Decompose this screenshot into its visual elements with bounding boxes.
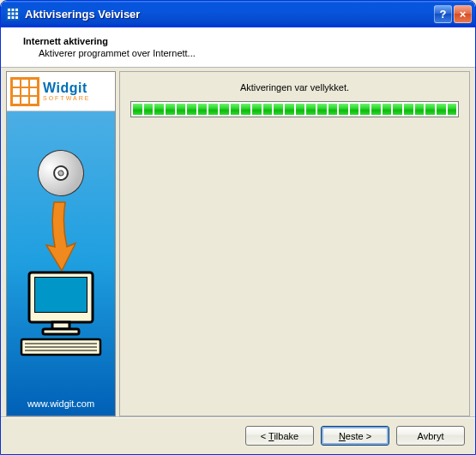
cancel-button-label: Avbryt [418, 431, 444, 441]
svg-rect-9 [15, 16, 18, 19]
progress-segment [154, 104, 164, 115]
sidebar-url: www.widgit.com [7, 393, 115, 416]
next-button[interactable]: Neste > [321, 426, 389, 446]
main-panel: Aktiveringen var vellykket. [119, 71, 470, 416]
status-text: Aktiveringen var vellykket. [130, 82, 459, 93]
help-button[interactable]: ? [434, 5, 452, 23]
progress-bar [130, 101, 459, 117]
app-icon [6, 7, 20, 21]
progress-segment [144, 104, 154, 115]
progress-segment [393, 104, 402, 115]
progress-segment [252, 104, 262, 115]
progress-segment [383, 104, 392, 115]
progress-segment [177, 104, 186, 115]
back-button-label: < Tilbake [261, 431, 298, 441]
progress-segment [241, 104, 250, 115]
progress-segment [425, 104, 435, 115]
progress-segment [187, 104, 196, 115]
progress-segment [208, 104, 218, 115]
progress-segment [220, 104, 229, 115]
page-title: Internett aktivering [23, 36, 461, 46]
cancel-button[interactable]: Avbryt [396, 426, 465, 446]
window-title: Aktiviserings Veiviser [25, 8, 432, 21]
svg-rect-3 [15, 9, 18, 11]
progress-segment [404, 104, 413, 115]
progress-segment [415, 104, 425, 115]
back-button[interactable]: < Tilbake [245, 426, 314, 446]
progress-segment [350, 104, 359, 115]
logo-mark-icon [10, 77, 39, 106]
wizard-window: Aktiviserings Veiviser ? × Internett akt… [0, 0, 476, 455]
footer: < Tilbake Neste > Avbryt [1, 416, 475, 454]
wizard-header: Internett aktivering Aktiverer programme… [1, 27, 475, 68]
progress-segment [339, 104, 348, 115]
svg-rect-4 [8, 13, 10, 15]
content-row: Widgit SOFTWARE [1, 68, 475, 416]
progress-segment [306, 104, 316, 115]
client-area: Internett aktivering Aktiverer programme… [1, 27, 475, 454]
svg-rect-2 [12, 9, 15, 11]
svg-rect-1 [8, 9, 10, 11]
logo: Widgit SOFTWARE [7, 72, 115, 111]
progress-segment [166, 104, 175, 115]
progress-segment [360, 104, 370, 115]
svg-rect-7 [8, 16, 10, 19]
logo-tagline: SOFTWARE [43, 95, 90, 101]
next-button-label: Neste > [339, 431, 371, 441]
close-button[interactable]: × [454, 5, 472, 23]
svg-rect-16 [35, 278, 87, 312]
progress-segment [317, 104, 327, 115]
progress-segment [328, 104, 338, 115]
progress-segment [198, 104, 208, 115]
svg-rect-6 [15, 13, 18, 15]
svg-rect-5 [12, 13, 15, 15]
progress-segment [296, 104, 305, 115]
progress-segment [133, 104, 142, 115]
svg-rect-8 [12, 16, 15, 19]
sidebar-illustration [7, 111, 115, 393]
progress-segment [231, 104, 240, 115]
svg-rect-18 [43, 329, 79, 334]
logo-name: Widgit [43, 81, 90, 95]
sidebar: Widgit SOFTWARE [6, 71, 116, 416]
progress-segment [448, 104, 457, 115]
progress-segment [263, 104, 273, 115]
progress-segment [371, 104, 381, 115]
progress-segment [285, 104, 294, 115]
progress-segment [274, 104, 283, 115]
progress-segment [437, 104, 446, 115]
page-subtitle: Aktiverer programmet over Internett... [23, 48, 461, 58]
logo-text: Widgit SOFTWARE [43, 81, 90, 101]
titlebar: Aktiviserings Veiviser ? × [1, 1, 475, 27]
